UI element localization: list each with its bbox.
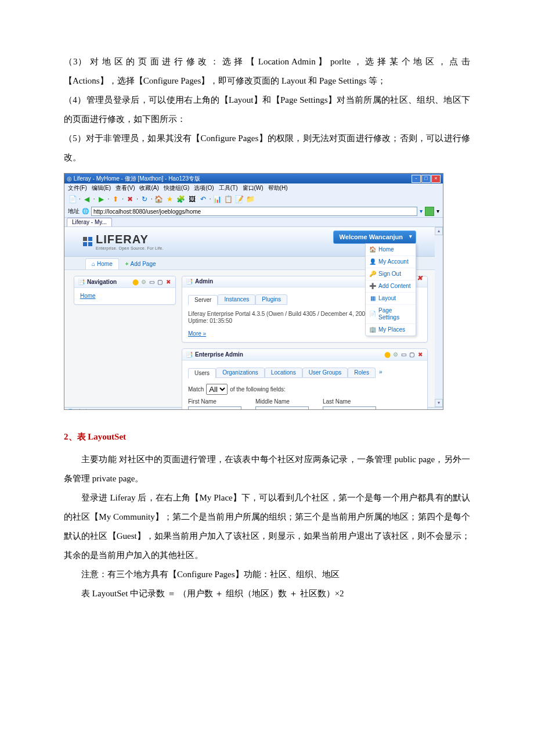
paragraph-5: （5）对于非管理员，如果其没有【Configure Pages】的权限，则无法对… [64,129,470,167]
paragraph-formula: 表 LayoutSet 中记录数 ＝ （用户数 ＋ 组织（地区）数 ＋ 社区数）… [64,584,470,603]
ea-tabs: Users Organizations Locations User Group… [188,368,421,378]
toolbar-icon-3[interactable]: 📊 [212,195,222,204]
tabs-more-arrow[interactable]: » [376,368,386,378]
portlet-min-icon[interactable]: ▭ [400,351,407,358]
menu-add-content[interactable]: ➕Add Content [366,280,416,293]
close-button[interactable]: × [431,175,441,183]
add-page-button[interactable]: +Add Page [119,258,163,269]
menu-tools[interactable]: 工具(T) [219,185,238,192]
tab-plugins[interactable]: Plugins [255,294,287,305]
user-menu: 🏠Home 👤My Account 🔑Sign Out ➕Add Content… [365,243,416,336]
new-tab-icon[interactable]: 📄 [68,195,77,204]
menu-window[interactable]: 窗口(W) [243,185,264,192]
more-link[interactable]: More » [188,330,206,337]
address-label: 地址 [68,208,80,215]
portlet-config-icon[interactable]: ⚙ [392,351,399,358]
address-dropdown-icon[interactable]: ▾ [420,208,423,215]
forward-icon[interactable]: ▶ [97,195,106,204]
page-icon: 📄 [369,311,376,318]
menu-my-account[interactable]: 👤My Account [366,256,416,268]
menu-home[interactable]: 🏠Home [366,244,416,256]
label-middle-name: Middle Name [255,398,309,405]
up-icon[interactable]: ⬆ [111,195,120,204]
undo-icon[interactable]: ↶ [199,195,208,204]
portlet-look-icon[interactable]: ⬤ [132,278,139,286]
tab-instances[interactable]: Instances [218,294,255,305]
tab-roles[interactable]: Roles [348,368,376,378]
welcome-dropdown[interactable]: Welcome Wancanjun [333,231,416,244]
menu-view[interactable]: 查看(V) [116,185,135,192]
go-button[interactable] [425,207,434,216]
window-title-bar: ◎ Liferay - MyHome - 傲游 [Maxthon] - Hao1… [64,174,443,183]
places-icon: 🏢 [369,326,376,333]
toolbar-icon-4[interactable]: 📋 [223,195,233,204]
nav-link-home[interactable]: Home [80,293,96,299]
portlet-min-icon[interactable]: ▭ [148,278,156,286]
back-icon[interactable]: ◀ [82,195,92,204]
paragraph-func: 主要功能 对社区中的页面进行管理，在该表中每个社区对应两条记录，一条管理 pub… [64,450,470,488]
home-icon[interactable]: 🏠 [154,195,164,204]
tab-server[interactable]: Server [188,295,218,305]
plus-icon: ➕ [369,283,376,290]
maximize-button[interactable]: □ [421,175,431,183]
address-input[interactable] [91,207,417,216]
favorites-icon[interactable]: ★ [165,195,175,204]
liferay-logo-icon [83,237,92,246]
user-icon: 👤 [369,258,376,265]
menu-shortcut[interactable]: 快捷组(G) [164,185,189,192]
portlet-max-icon[interactable]: ▢ [408,351,416,358]
refresh-icon[interactable]: ↻ [140,195,149,204]
portlet-config-icon[interactable]: ⚙ [140,278,147,286]
scroll-down-icon[interactable]: ▾ [435,399,443,407]
nav-portlet-icon: 📑 [78,279,85,286]
portlet-close-icon[interactable]: ✖ [164,278,172,286]
paragraph-3: （3） 对 地 区 的 页 面 进 行 修 改 ： 选 择 【 Location… [64,52,470,91]
address-bar-row: 地址 🌐 ▾ ▾ [64,206,443,217]
portlet-close-icon[interactable]: ✖ [416,351,424,358]
menu-edit[interactable]: 编辑(E) [92,185,111,192]
toolbar-icon-5[interactable]: 📝 [234,195,244,204]
ea-portlet-icon: 📑 [186,351,193,358]
tab-locations[interactable]: Locations [265,368,302,378]
admin-portlet-icon: 📑 [186,278,193,285]
menu-fav[interactable]: 收藏(A) [139,185,158,192]
menu-page-settings[interactable]: 📄Page Settings [366,305,416,324]
tab-users[interactable]: Users [188,368,216,379]
stop-icon[interactable]: ✖ [125,195,135,204]
menu-options[interactable]: 选项(O) [194,185,214,192]
minimize-button[interactable]: - [412,175,421,183]
scroll-up-icon[interactable]: ▴ [435,227,443,235]
page-content: ▴ ▾ LIFERAY Enterprise. Open Source. For… [64,227,443,407]
tab-user-groups[interactable]: User Groups [302,368,348,378]
paragraph-note: 注意：有三个地方具有【Configure Pages】功能：社区、组织、地区 [64,565,470,584]
logo-subtext: Enterprise. Open Source. For Life. [96,246,164,251]
browser-tab[interactable]: Liferay - My... [67,218,112,226]
window-title: ◎ Liferay - MyHome - 傲游 [Maxthon] - Hao1… [67,175,200,182]
enterprise-admin-portlet: 📑Enterprise Admin ⬤ ⚙ ▭ ▢ ✖ Users Organi [182,348,428,410]
menu-help[interactable]: 帮助(H) [268,185,288,192]
portlet-close-icon[interactable]: ✖ [415,273,424,283]
menu-file[interactable]: 文件(F) [68,185,87,192]
portlet-look-icon[interactable]: ⬤ [384,351,391,358]
plus-small-icon: + [125,261,129,268]
tab-organizations[interactable]: Organizations [216,368,265,378]
browser-tab-bar: Liferay - My... [64,217,443,227]
toolbar-icon-6[interactable]: 📁 [246,195,255,204]
toolbar-icon-2[interactable]: 🖼 [187,195,197,204]
paragraph-login: 登录进 Liferay 后，在右上角【My Place】下，可以看到几个社区，第… [64,488,470,565]
layout-icon: ▦ [369,295,376,302]
globe-icon: 🌐 [82,208,89,215]
match-select[interactable]: All [206,384,228,395]
admin-portlet-title: Admin [195,278,213,285]
toolbar-icon-1[interactable]: 🧩 [176,195,186,204]
signout-icon: 🔑 [369,271,376,278]
ea-portlet-title: Enterprise Admin [195,351,243,358]
search-dropdown-icon[interactable]: ▾ [436,208,439,215]
portlet-max-icon[interactable]: ▢ [156,278,164,286]
menu-layout[interactable]: ▦Layout [366,293,416,305]
heading-layoutset: 2、表 LayoutSet [64,427,470,447]
menu-my-places[interactable]: 🏢My Places [366,324,416,336]
menu-sign-out[interactable]: 🔑Sign Out [366,268,416,280]
page-tab-home[interactable]: ⌂Home [85,258,119,269]
logo-text: LIFERAY [96,232,164,246]
